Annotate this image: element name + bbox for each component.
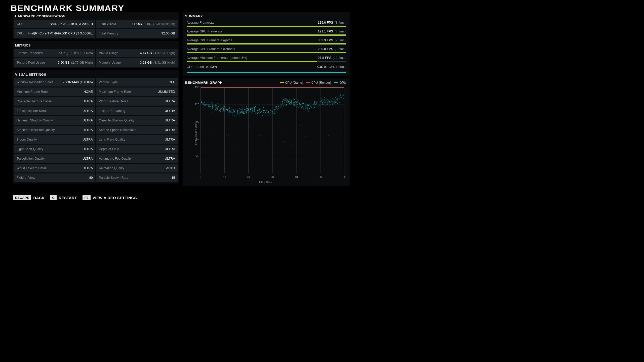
svg-rect-115: [214, 106, 215, 106]
svg-rect-368: [242, 112, 243, 113]
svg-rect-1231: [281, 106, 282, 106]
svg-rect-1317: [295, 102, 295, 103]
visual-setting-row: Light Shaft QualityULTRA: [14, 145, 95, 153]
svg-rect-464: [313, 108, 313, 108]
restart-button[interactable]: C RESTART: [50, 195, 77, 200]
value: AUTO: [166, 166, 175, 170]
svg-rect-875: [272, 113, 272, 113]
svg-rect-858: [234, 114, 234, 114]
cpu-bound-value: 0.07%: [317, 65, 327, 69]
svg-rect-415: [340, 98, 340, 98]
svg-rect-43: [303, 104, 303, 104]
svg-rect-285: [224, 111, 225, 111]
svg-rect-826: [254, 107, 255, 108]
svg-rect-564: [337, 99, 337, 99]
svg-rect-99: [281, 106, 281, 106]
label: Texture Streaming: [99, 109, 125, 113]
svg-rect-112: [266, 109, 266, 110]
svg-rect-1352: [327, 104, 328, 105]
visual-setting-row: Dynamic Shadow QualityULTRA: [14, 116, 95, 125]
summary-bar-fill: [187, 61, 317, 62]
svg-rect-1032: [298, 103, 299, 103]
svg-rect-763: [322, 103, 322, 103]
svg-rect-1120: [328, 102, 328, 103]
svg-rect-734: [293, 104, 293, 104]
svg-rect-205: [280, 104, 280, 104]
svg-rect-40: [236, 115, 236, 115]
visual-setting-row: Effects Texture DetailULTRA: [14, 107, 95, 115]
svg-rect-1354: [335, 102, 335, 102]
svg-rect-1159: [328, 101, 328, 101]
svg-rect-533: [307, 105, 307, 105]
svg-rect-398: [273, 112, 273, 112]
svg-rect-576: [214, 108, 214, 108]
svg-rect-1059: [316, 102, 317, 103]
summary-row: Average Framerate119.0 FPS(8.4ms): [184, 20, 348, 28]
svg-rect-344: [272, 115, 272, 115]
svg-rect-1254: [304, 103, 304, 103]
value: UNLIMITED: [158, 90, 175, 94]
svg-rect-1314: [272, 113, 272, 114]
svg-rect-1338: [319, 105, 320, 105]
svg-rect-295: [233, 108, 233, 108]
svg-rect-1282: [251, 107, 251, 108]
svg-rect-1066: [216, 106, 216, 107]
svg-rect-1061: [203, 101, 204, 101]
back-button[interactable]: ESCAPE BACK: [13, 195, 45, 200]
svg-rect-915: [326, 98, 326, 99]
bound-bar: [187, 72, 346, 73]
svg-rect-850: [309, 110, 310, 110]
svg-rect-644: [294, 103, 294, 103]
svg-rect-1323: [327, 103, 328, 103]
svg-rect-189: [284, 102, 284, 102]
svg-rect-337: [201, 101, 202, 101]
svg-rect-106: [251, 108, 252, 108]
svg-rect-1411: [206, 104, 206, 105]
svg-rect-683: [252, 110, 252, 110]
svg-rect-163: [245, 111, 246, 111]
svg-rect-733: [261, 112, 261, 112]
svg-rect-889: [229, 109, 230, 109]
svg-rect-1401: [215, 105, 216, 105]
svg-rect-1239: [233, 109, 234, 110]
svg-rect-457: [283, 100, 284, 100]
svg-rect-1014: [214, 109, 215, 109]
svg-rect-276: [244, 109, 245, 109]
svg-rect-603: [253, 109, 253, 109]
svg-rect-779: [210, 108, 211, 108]
svg-rect-993: [245, 109, 245, 110]
svg-rect-755: [313, 108, 313, 109]
svg-rect-394: [249, 108, 249, 109]
svg-rect-638: [332, 100, 332, 100]
svg-rect-955: [212, 104, 213, 104]
svg-rect-978: [342, 96, 342, 97]
svg-rect-819: [259, 113, 260, 113]
video-settings-button[interactable]: F2 VIEW VIDEO SETTINGS: [83, 195, 137, 200]
svg-rect-1435: [323, 139, 323, 139]
svg-rect-1144: [204, 108, 205, 108]
metrics-header: METRICS: [14, 43, 178, 49]
svg-rect-1287: [286, 100, 287, 100]
value: NVIDIA GeForce RTX 2080 Ti: [50, 22, 93, 26]
svg-rect-479: [272, 112, 272, 112]
svg-rect-261: [227, 108, 227, 108]
svg-rect-1300: [239, 109, 239, 109]
svg-rect-839: [244, 111, 244, 112]
svg-rect-1422: [291, 102, 291, 103]
svg-rect-681: [285, 100, 285, 100]
svg-rect-598: [289, 105, 290, 105]
svg-rect-194: [208, 104, 208, 104]
svg-rect-1040: [271, 113, 271, 113]
summary-panel: SUMMARY Average Framerate119.0 FPS(8.4ms…: [183, 12, 350, 76]
svg-rect-794: [206, 105, 206, 105]
visual-header: VISUAL SETTINGS: [14, 72, 178, 78]
svg-rect-1114: [244, 111, 245, 111]
svg-rect-331: [290, 102, 291, 103]
svg-rect-246: [332, 103, 332, 103]
svg-rect-764: [308, 109, 308, 109]
svg-rect-767: [275, 107, 276, 108]
svg-rect-1119: [314, 102, 314, 102]
summary-row: Average Minimum Framerate (bottom 5%)97.…: [184, 55, 348, 64]
svg-rect-1136: [230, 111, 231, 112]
svg-rect-288: [305, 109, 305, 109]
